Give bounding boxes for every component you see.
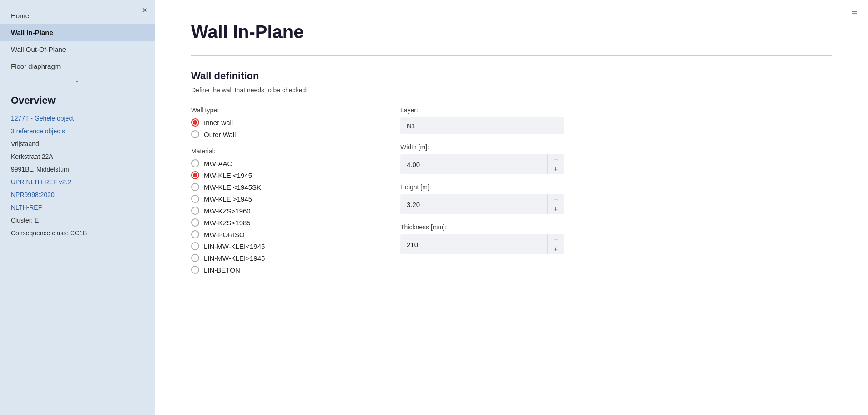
radio-material-mw-klei-gt1945[interactable]: MW-KLEI>1945 bbox=[191, 195, 364, 203]
material-radios: MW-AACMW-KLEI<1945MW-KLEI<1945SKMW-KLEI>… bbox=[191, 159, 364, 274]
thickness-increment-button[interactable]: + bbox=[548, 244, 564, 254]
radio-circle-material-mw-klei-lt1945 bbox=[191, 171, 199, 179]
radio-material-mw-aac[interactable]: MW-AAC bbox=[191, 159, 364, 167]
radio-wall-type-inner[interactable]: Inner wall bbox=[191, 118, 364, 127]
radio-material-mw-poriso[interactable]: MW-PORISO bbox=[191, 230, 364, 238]
width-label: Width [m]: bbox=[400, 143, 564, 151]
section-subtitle: Define the wall that needs to be checked… bbox=[191, 86, 832, 94]
main-content: ≡ Wall In-Plane Wall definition Define t… bbox=[155, 0, 868, 415]
layer-input[interactable] bbox=[400, 117, 564, 134]
thickness-controls: − + bbox=[547, 234, 564, 254]
radio-material-lin-mw-klei-lt1945[interactable]: LIN-MW-KLEI<1945 bbox=[191, 242, 364, 250]
radio-circle-material-lin-mw-klei-gt1945 bbox=[191, 254, 199, 262]
radio-circle-material-mw-klei-lt1945sk bbox=[191, 183, 199, 191]
form-right: Layer: Width [m]: − + Height [m]: − + Th… bbox=[400, 106, 564, 263]
page-divider bbox=[191, 55, 832, 56]
overview-item-street: Kerkstraat 22A bbox=[11, 153, 144, 160]
overview-item-type: Vrijstaand bbox=[11, 140, 144, 147]
overview-item-ref-objects[interactable]: 3 reference objects bbox=[11, 127, 144, 135]
close-button[interactable]: × bbox=[142, 5, 147, 15]
hamburger-menu-button[interactable]: ≡ bbox=[851, 7, 857, 19]
radio-circle-material-lin-mw-klei-lt1945 bbox=[191, 242, 199, 250]
overview-item-consequence: Consequence class: CC1B bbox=[11, 229, 144, 237]
sidebar-overview: Overview 1277T - Gehele object3 referenc… bbox=[0, 86, 155, 415]
thickness-input[interactable] bbox=[400, 236, 547, 253]
width-increment-button[interactable]: + bbox=[548, 164, 564, 174]
sidebar-nav-item-floor-diaphragm[interactable]: Floor diaphragm bbox=[0, 58, 155, 75]
sidebar-nav-item-home[interactable]: Home bbox=[0, 7, 155, 24]
radio-material-mw-kzs-gt1960[interactable]: MW-KZS>1960 bbox=[191, 207, 364, 215]
page-title: Wall In-Plane bbox=[191, 22, 832, 42]
layer-label: Layer: bbox=[400, 106, 564, 114]
material-label: Material: bbox=[191, 147, 364, 155]
width-decrement-button[interactable]: − bbox=[548, 154, 564, 164]
radio-circle-material-mw-poriso bbox=[191, 230, 199, 238]
overview-title: Overview bbox=[11, 95, 144, 106]
overview-items: 1277T - Gehele object3 reference objects… bbox=[11, 115, 144, 237]
radio-material-mw-klei-lt1945sk[interactable]: MW-KLEI<1945SK bbox=[191, 183, 364, 191]
wall-type-label: Wall type: bbox=[191, 106, 364, 114]
radio-label-material-mw-klei-lt1945: MW-KLEI<1945 bbox=[204, 172, 252, 179]
radio-wall-type-outer[interactable]: Outer Wall bbox=[191, 130, 364, 138]
radio-label-material-mw-kzs-gt1960: MW-KZS>1960 bbox=[204, 207, 251, 215]
height-label: Height [m]: bbox=[400, 183, 564, 191]
radio-label-material-mw-kzs-gt1985: MW-KZS>1985 bbox=[204, 219, 251, 227]
radio-label-wall-type-outer: Outer Wall bbox=[204, 131, 236, 138]
radio-circle-wall-type-inner bbox=[191, 118, 199, 127]
radio-label-wall-type-inner: Inner wall bbox=[204, 119, 233, 127]
thickness-decrement-button[interactable]: − bbox=[548, 234, 564, 244]
radio-label-material-lin-mw-klei-gt1945: LIN-MW-KLEI>1945 bbox=[204, 254, 265, 262]
width-field: − + bbox=[400, 154, 564, 174]
height-input[interactable] bbox=[400, 196, 547, 213]
wall-type-group: Wall type: Inner wallOuter Wall bbox=[191, 106, 364, 138]
sidebar: × HomeWall In-PlaneWall Out-Of-PlaneFloo… bbox=[0, 0, 155, 415]
radio-material-lin-mw-klei-gt1945[interactable]: LIN-MW-KLEI>1945 bbox=[191, 254, 364, 262]
radio-circle-material-mw-kzs-gt1960 bbox=[191, 207, 199, 215]
radio-circle-material-mw-kzs-gt1985 bbox=[191, 218, 199, 227]
overview-item-city: 9991BL, Middelstum bbox=[11, 166, 144, 173]
width-controls: − + bbox=[547, 154, 564, 174]
sidebar-nav: HomeWall In-PlaneWall Out-Of-PlaneFloor … bbox=[0, 0, 155, 75]
width-input[interactable] bbox=[400, 156, 547, 173]
form-layout: Wall type: Inner wallOuter Wall Material… bbox=[191, 106, 832, 283]
section-title: Wall definition bbox=[191, 70, 832, 82]
radio-material-mw-klei-lt1945[interactable]: MW-KLEI<1945 bbox=[191, 171, 364, 179]
radio-label-material-mw-aac: MW-AAC bbox=[204, 160, 232, 167]
radio-circle-material-mw-klei-gt1945 bbox=[191, 195, 199, 203]
wall-type-radios: Inner wallOuter Wall bbox=[191, 118, 364, 138]
overview-item-method[interactable]: NLTH-REF bbox=[11, 204, 144, 211]
thickness-label: Thickness [mm]: bbox=[400, 223, 564, 231]
sidebar-nav-item-wall-in-plane[interactable]: Wall In-Plane bbox=[0, 24, 155, 41]
overview-item-norm[interactable]: NPR9998:2020 bbox=[11, 191, 144, 198]
radio-circle-material-mw-aac bbox=[191, 159, 199, 167]
radio-label-material-mw-poriso: MW-PORISO bbox=[204, 231, 245, 238]
height-decrement-button[interactable]: − bbox=[548, 194, 564, 204]
overview-item-cluster: Cluster: E bbox=[11, 217, 144, 224]
radio-material-mw-kzs-gt1985[interactable]: MW-KZS>1985 bbox=[191, 218, 364, 227]
height-increment-button[interactable]: + bbox=[548, 204, 564, 214]
overview-item-object[interactable]: 1277T - Gehele object bbox=[11, 115, 144, 122]
overview-item-upr[interactable]: UPR NLTH-REF v2.2 bbox=[11, 178, 144, 186]
radio-label-material-mw-klei-gt1945: MW-KLEI>1945 bbox=[204, 195, 252, 203]
radio-label-material-lin-beton: LIN-BETON bbox=[204, 266, 240, 274]
radio-label-material-lin-mw-klei-lt1945: LIN-MW-KLEI<1945 bbox=[204, 243, 265, 250]
sidebar-nav-item-wall-out-of-plane[interactable]: Wall Out-Of-Plane bbox=[0, 41, 155, 58]
thickness-field: − + bbox=[400, 234, 564, 254]
height-field: − + bbox=[400, 194, 564, 214]
material-group: Material: MW-AACMW-KLEI<1945MW-KLEI<1945… bbox=[191, 147, 364, 274]
form-left: Wall type: Inner wallOuter Wall Material… bbox=[191, 106, 364, 283]
radio-label-material-mw-klei-lt1945sk: MW-KLEI<1945SK bbox=[204, 183, 261, 191]
radio-circle-wall-type-outer bbox=[191, 130, 199, 138]
height-controls: − + bbox=[547, 194, 564, 214]
radio-material-lin-beton[interactable]: LIN-BETON bbox=[191, 266, 364, 274]
chevron-down-icon: ⌄ bbox=[0, 75, 155, 86]
radio-circle-material-lin-beton bbox=[191, 266, 199, 274]
